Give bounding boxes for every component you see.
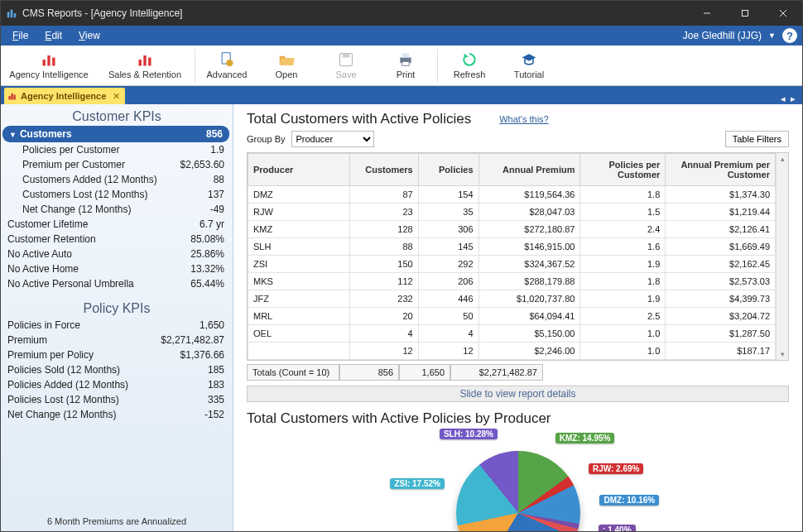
kpi-policies-per-customer[interactable]: Policies per Customer1.9 xyxy=(7,142,224,157)
kpi-policies-added[interactable]: Policies Added (12 Months)183 xyxy=(7,377,224,392)
report-title: Total Customers with Active Policies xyxy=(247,111,471,127)
slide-hint-bar[interactable]: Slide to view report details xyxy=(247,386,789,402)
kpi-net-change-policies[interactable]: Net Change (12 Months)-152 xyxy=(7,407,224,422)
table-scrollbar[interactable]: ▴ ▾ xyxy=(776,153,788,360)
table-row[interactable]: ZSI150292$324,367.521.9$2,162.45 xyxy=(248,256,788,273)
svg-rect-8 xyxy=(47,55,50,66)
cell-policies: 4 xyxy=(418,325,478,343)
kpi-customers-added[interactable]: Customers Added (12 Months)88 xyxy=(7,172,224,187)
cell-annual-premium: $146,915.00 xyxy=(478,238,580,256)
cell-customers: 150 xyxy=(349,256,418,273)
table-row[interactable]: JFZ232446$1,020,737.801.9$4,399.73 xyxy=(248,290,788,308)
kpi-premium-per-customer[interactable]: Premium per Customer$2,653.60 xyxy=(7,157,224,172)
graduation-cap-icon xyxy=(521,51,537,68)
cell-customers: 23 xyxy=(349,204,418,221)
ribbon-open[interactable]: Open xyxy=(257,46,316,85)
cell-producer: JFZ xyxy=(248,290,350,308)
svg-rect-16 xyxy=(343,54,349,58)
col-producer[interactable]: Producer xyxy=(248,154,350,186)
table-row[interactable]: KMZ128306$272,180.872.4$2,126.41 xyxy=(248,221,788,238)
totals-row: Totals (Count = 10) 856 1,650 $2,271,482… xyxy=(247,364,789,381)
kpi-policies-in-force[interactable]: Policies in Force1,650 xyxy=(7,318,224,333)
maximize-button[interactable] xyxy=(726,1,764,26)
totals-policies: 1,650 xyxy=(399,364,450,381)
ribbon-label: Sales & Retention xyxy=(108,69,181,79)
document-tab[interactable]: Agency Intelligence ✕ xyxy=(4,88,125,104)
ribbon-refresh[interactable]: Refresh xyxy=(440,46,499,85)
kpi-customers-lost[interactable]: Customers Lost (12 Months)137 xyxy=(7,187,224,202)
kpi-policies-sold[interactable]: Policies Sold (12 Months)185 xyxy=(7,362,224,377)
ribbon-advanced[interactable]: Advanced xyxy=(197,46,257,85)
cell-annual-premium: $28,047.03 xyxy=(478,204,580,221)
save-icon xyxy=(338,51,354,68)
sidebar: Customer KPIs ▼Customers 856 Policies pe… xyxy=(1,104,233,531)
scroll-up-icon[interactable]: ▴ xyxy=(777,153,788,165)
active-indicator-icon: ▼ xyxy=(9,131,17,139)
document-gear-icon xyxy=(219,51,235,68)
tab-close-icon[interactable]: ✕ xyxy=(113,91,120,102)
customer-kpis-heading: Customer KPIs xyxy=(1,109,233,124)
cell-annual-premium: $2,246.00 xyxy=(478,343,580,360)
pie-slice-label: SLH: 10.28% xyxy=(440,429,498,439)
cell-producer: KMZ xyxy=(248,221,350,238)
kpi-policies-lost[interactable]: Policies Lost (12 Months)335 xyxy=(7,392,224,407)
kpi-customer-retention[interactable]: Customer Retention85.08% xyxy=(7,232,224,247)
col-customers[interactable]: Customers xyxy=(349,154,418,186)
ribbon-label: Open xyxy=(276,69,298,79)
close-button[interactable] xyxy=(764,1,802,26)
table-row[interactable]: OEL44$5,150.001.0$1,287.50 xyxy=(248,325,788,343)
menu-edit[interactable]: Edit xyxy=(38,28,69,43)
cell-policies: 154 xyxy=(418,186,478,204)
kpi-premium-per-policy[interactable]: Premium per Policy$1,376.66 xyxy=(7,347,224,362)
tab-scroll-left[interactable]: ◂ xyxy=(781,93,786,104)
table-row[interactable]: DMZ87154$119,564.361.8$1,374.30 xyxy=(248,186,788,204)
pie-slice-label: DMZ: 10.16% xyxy=(599,495,659,506)
svg-rect-4 xyxy=(743,11,748,17)
group-by-label: Group By xyxy=(247,134,285,144)
menu-view[interactable]: View xyxy=(72,28,107,43)
table-row[interactable]: 1212$2,246.001.0$187.17 xyxy=(248,343,788,360)
kpi-no-active-home[interactable]: No Active Home13.32% xyxy=(7,261,224,276)
ribbon-sales-retention[interactable]: Sales & Retention xyxy=(97,46,193,85)
ribbon-print[interactable]: Print xyxy=(376,46,435,85)
cell-apc: $2,162.45 xyxy=(666,256,776,273)
kpi-net-change-customers[interactable]: Net Change (12 Months)-49 xyxy=(7,202,224,217)
whats-this-link[interactable]: What's this? xyxy=(499,114,549,124)
cell-ppc: 1.8 xyxy=(580,273,666,290)
group-by-select[interactable]: Producer xyxy=(291,131,374,147)
user-name[interactable]: Joe Gledhill (JJG) xyxy=(683,30,762,41)
minimize-button[interactable] xyxy=(688,1,726,26)
ribbon-agency-intelligence[interactable]: Agency Intelligence xyxy=(1,46,97,85)
col-policies[interactable]: Policies xyxy=(418,154,478,186)
kpi-customers[interactable]: ▼Customers 856 xyxy=(2,126,229,142)
svg-rect-0 xyxy=(7,12,10,17)
menu-file[interactable]: File xyxy=(6,28,35,43)
table-row[interactable]: MRL2050$64,094.412.5$3,204.72 xyxy=(248,308,788,325)
kpi-premium[interactable]: Premium$2,271,482.87 xyxy=(7,333,224,347)
kpi-no-active-umbrella[interactable]: No Active Personal Umbrella65.44% xyxy=(7,276,224,291)
col-annual-premium-per-customer[interactable]: Annual Premium per Customer xyxy=(666,154,776,186)
ribbon-tutorial[interactable]: Tutorial xyxy=(499,46,559,85)
col-annual-premium[interactable]: Annual Premium xyxy=(478,154,580,186)
cell-ppc: 1.8 xyxy=(580,186,666,204)
scroll-down-icon[interactable]: ▾ xyxy=(777,348,788,360)
svg-rect-9 xyxy=(52,58,55,66)
tab-scroll-right[interactable]: ▸ xyxy=(791,93,796,104)
table-row[interactable]: MKS112206$288,179.881.8$2,573.03 xyxy=(248,273,788,290)
chart-title: Total Customers with Active Policies by … xyxy=(247,410,789,427)
table-row[interactable]: RJW2335$28,047.031.5$1,219.44 xyxy=(248,204,788,221)
user-dropdown-caret[interactable]: ▼ xyxy=(768,31,776,40)
table-row[interactable]: SLH88145$146,915.001.6$1,669.49 xyxy=(248,238,788,256)
totals-customers: 856 xyxy=(339,364,399,381)
cell-producer: DMZ xyxy=(248,186,350,204)
cell-customers: 128 xyxy=(349,221,418,238)
kpi-customer-lifetime[interactable]: Customer Lifetime6.7 yr xyxy=(7,217,224,232)
cell-policies: 446 xyxy=(418,290,478,308)
kpi-no-active-auto[interactable]: No Active Auto25.86% xyxy=(7,247,224,261)
cell-annual-premium: $119,564.36 xyxy=(478,186,580,204)
table-filters-button[interactable]: Table Filters xyxy=(725,131,789,147)
help-icon[interactable]: ? xyxy=(782,28,797,43)
svg-rect-2 xyxy=(14,13,17,17)
ribbon-label: Save xyxy=(335,69,356,79)
col-policies-per-customer[interactable]: Policies per Customer xyxy=(580,154,666,186)
